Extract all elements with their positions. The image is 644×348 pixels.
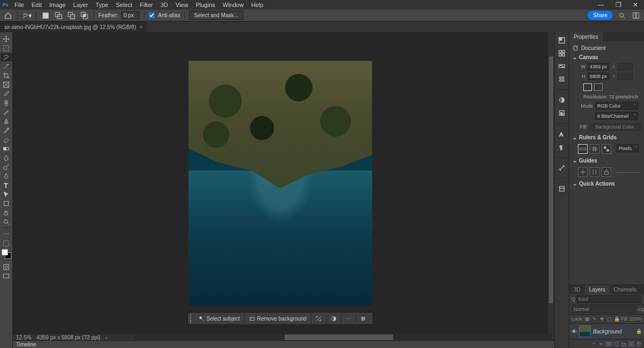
selection-new-icon[interactable] bbox=[41, 11, 50, 20]
properties-toggle-icon[interactable] bbox=[356, 314, 371, 323]
menu-edit[interactable]: Edit bbox=[28, 1, 46, 9]
move-tool[interactable] bbox=[1, 34, 12, 43]
swatches-panel-icon[interactable] bbox=[556, 47, 568, 59]
quick-mask-icon[interactable] bbox=[1, 262, 12, 271]
gradients-panel-icon[interactable] bbox=[556, 60, 568, 72]
patterns-panel-icon[interactable] bbox=[556, 73, 568, 85]
layer-row-background[interactable]: 👁 Background 🔒 bbox=[569, 324, 644, 339]
delete-layer-icon[interactable] bbox=[635, 340, 642, 347]
workspace-switcher-icon[interactable] bbox=[631, 11, 641, 20]
more-tools-icon[interactable]: ⋯ bbox=[1, 230, 12, 238]
guide-view-icon[interactable] bbox=[578, 167, 588, 177]
new-layer-icon[interactable] bbox=[628, 340, 634, 347]
eraser-tool[interactable] bbox=[1, 135, 12, 144]
guide-color-preview[interactable] bbox=[617, 172, 641, 173]
zoom-tool[interactable] bbox=[1, 217, 12, 226]
modify-panel-icon[interactable] bbox=[556, 162, 568, 174]
rulers-section-header[interactable]: Rulers & Grids bbox=[573, 133, 641, 142]
menu-file[interactable]: File bbox=[11, 1, 28, 9]
drag-handle-icon[interactable] bbox=[190, 314, 192, 323]
feather-input[interactable] bbox=[121, 11, 140, 19]
menu-layer[interactable]: Layer bbox=[69, 1, 92, 9]
character-panel-icon[interactable]: A bbox=[556, 128, 568, 140]
guides-section-header[interactable]: Guides bbox=[573, 156, 641, 165]
foreground-background-color[interactable] bbox=[2, 249, 11, 259]
menu-plugins[interactable]: Plugins bbox=[192, 1, 219, 9]
height-input[interactable] bbox=[588, 73, 609, 80]
shape-tool[interactable] bbox=[1, 199, 12, 208]
depth-select[interactable]: 8 Bits/Channel bbox=[595, 112, 638, 120]
antialias-checkbox[interactable] bbox=[149, 12, 155, 18]
guide-lock-icon[interactable] bbox=[602, 167, 611, 177]
home-icon[interactable] bbox=[3, 11, 13, 20]
lock-position-icon[interactable]: ✎ bbox=[591, 316, 598, 322]
link-layers-icon[interactable] bbox=[590, 340, 597, 347]
more-options-icon[interactable]: ⋯ bbox=[342, 314, 356, 323]
layer-thumbnail[interactable] bbox=[579, 325, 591, 337]
clone-stamp-tool[interactable] bbox=[1, 117, 12, 125]
brush-tool[interactable] bbox=[1, 108, 12, 116]
magic-wand-tool[interactable] bbox=[1, 62, 12, 70]
close-tab-icon[interactable]: × bbox=[139, 24, 142, 30]
grid-toggle-icon[interactable] bbox=[590, 144, 599, 154]
lock-pixels-icon[interactable]: ▦ bbox=[584, 316, 591, 322]
fill-opacity-value[interactable]: 100% bbox=[629, 316, 642, 322]
menu-filter[interactable]: Filter bbox=[136, 1, 156, 9]
vertical-scrollbar[interactable] bbox=[547, 32, 554, 333]
marquee-tool[interactable] bbox=[1, 44, 12, 52]
ruler-toggle-icon[interactable] bbox=[578, 144, 588, 154]
gradient-tool[interactable] bbox=[1, 144, 12, 153]
menu-help[interactable]: Help bbox=[248, 1, 267, 9]
zoom-display[interactable]: 12.5% bbox=[16, 335, 31, 340]
quick-actions-header[interactable]: Quick Actions bbox=[573, 179, 641, 188]
restore-button[interactable]: ❐ bbox=[610, 0, 627, 10]
tab-channels[interactable]: Channels bbox=[610, 285, 641, 294]
doc-dimensions[interactable]: 4359 px x 5808 px (72 ppi) bbox=[37, 335, 100, 340]
blend-mode-select[interactable] bbox=[571, 306, 636, 313]
type-tool[interactable]: T bbox=[1, 181, 12, 189]
selection-subtract-icon[interactable] bbox=[67, 11, 76, 20]
styles-panel-icon[interactable]: fx bbox=[556, 107, 568, 119]
share-button[interactable]: Share bbox=[588, 11, 613, 20]
landscape-button[interactable] bbox=[594, 83, 603, 91]
menu-select[interactable]: Select bbox=[112, 1, 136, 9]
history-brush-tool[interactable] bbox=[1, 126, 12, 134]
layer-name[interactable]: Background bbox=[593, 329, 621, 335]
lasso-tool[interactable] bbox=[1, 53, 12, 61]
menu-window[interactable]: Window bbox=[219, 1, 248, 9]
canvas-section-header[interactable]: Canvas bbox=[573, 53, 641, 62]
healing-tool[interactable] bbox=[1, 98, 12, 107]
crop-tool[interactable] bbox=[1, 71, 12, 80]
adjustment-icon[interactable] bbox=[327, 314, 342, 323]
menu-type[interactable]: Type bbox=[92, 1, 112, 9]
layer-lock-icon[interactable]: 🔒 bbox=[636, 329, 642, 334]
select-subject-button[interactable]: Select subject bbox=[194, 314, 244, 323]
layer-filter-select[interactable] bbox=[576, 295, 641, 303]
blur-tool[interactable] bbox=[1, 153, 12, 162]
close-button[interactable]: ✕ bbox=[627, 0, 644, 10]
tab-layers[interactable]: Layers bbox=[585, 285, 610, 294]
canvas-area[interactable]: Select subject Remove background ⋯ bbox=[13, 32, 547, 333]
selection-intersect-icon[interactable] bbox=[79, 11, 89, 20]
status-chevron-icon[interactable]: › bbox=[106, 335, 107, 340]
eyedropper-tool[interactable] bbox=[1, 89, 12, 98]
remove-background-button[interactable]: Remove background bbox=[244, 314, 311, 323]
libraries-panel-icon[interactable] bbox=[556, 183, 568, 195]
document-tab[interactable]: sir-simo-iNGbHU7v22k-unsplash.jpg @ 12.5… bbox=[0, 22, 147, 32]
adjustment-layer-icon[interactable] bbox=[613, 340, 619, 347]
fill-button[interactable]: Background Color bbox=[589, 123, 641, 131]
lasso-dropdown-icon[interactable]: ▾ bbox=[22, 11, 32, 20]
menu-image[interactable]: Image bbox=[46, 1, 70, 9]
mode-select[interactable]: RGB Color bbox=[595, 102, 638, 110]
transform-icon[interactable] bbox=[312, 314, 327, 323]
horizontal-scrollbar[interactable] bbox=[134, 335, 552, 340]
dodge-tool[interactable] bbox=[1, 162, 12, 171]
hand-tool[interactable] bbox=[1, 208, 12, 217]
minimize-button[interactable]: — bbox=[592, 0, 610, 10]
lock-move-icon[interactable]: ✥ bbox=[599, 316, 605, 322]
menu-3d[interactable]: 3D bbox=[157, 1, 172, 9]
pen-tool[interactable] bbox=[1, 172, 12, 180]
ruler-units-select[interactable]: Pixels bbox=[617, 144, 639, 152]
color-panel-icon[interactable] bbox=[556, 34, 568, 46]
select-and-mask-button[interactable]: Select and Mask... bbox=[189, 11, 243, 20]
